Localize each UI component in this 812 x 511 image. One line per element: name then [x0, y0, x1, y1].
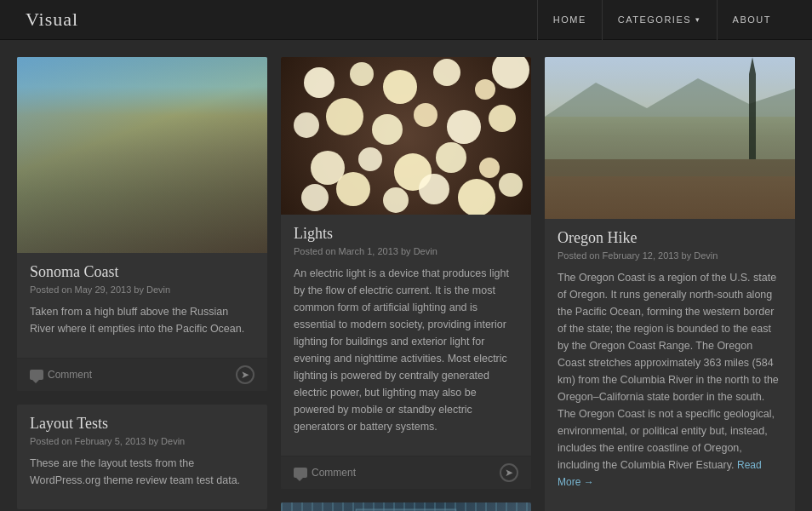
oregon-hike-body: Oregon Hike Posted on February 12, 2013 …: [545, 219, 795, 511]
site-header: Visual Home Categories ▾ About: [0, 0, 812, 40]
svg-rect-28: [749, 74, 756, 159]
sonoma-coast-title: Sonoma Coast: [30, 263, 254, 281]
post-layout-tests: Layout Tests Posted on February 5, 2013 …: [17, 405, 267, 509]
layout-tests-title: Layout Tests: [30, 415, 254, 433]
chevron-down-icon: ▾: [695, 15, 701, 24]
post-oregon-hike: Oregon Hike Posted on February 12, 2013 …: [545, 57, 795, 511]
sonoma-coast-image: [17, 57, 267, 253]
sonoma-coast-excerpt: Taken from a high bluff above the Russia…: [30, 303, 254, 337]
svg-point-3: [433, 59, 460, 86]
column-1: Sonoma Coast Posted on May 29, 2013 by D…: [17, 57, 267, 509]
main-nav: Home Categories ▾ About: [537, 0, 786, 39]
svg-point-17: [301, 184, 329, 211]
nav-categories[interactable]: Categories ▾: [602, 0, 717, 40]
svg-point-20: [419, 174, 449, 204]
lights-body: Lights Posted on March 1, 2013 by Devin …: [281, 215, 531, 456]
layout-tests-meta: Posted on February 5, 2013 by Devin: [30, 436, 254, 446]
lights-excerpt: An electric light is a device that produ…: [294, 265, 518, 435]
lights-arrow-button[interactable]: ➤: [500, 463, 518, 482]
lights-comment-label: Comment: [312, 467, 356, 479]
svg-point-10: [447, 110, 481, 144]
svg-point-19: [383, 187, 409, 213]
layout-tests-excerpt: These are the layout tests from the Word…: [30, 455, 254, 489]
lights-image: [281, 57, 531, 215]
nav-about[interactable]: About: [717, 0, 786, 40]
post-bottom-image: [281, 502, 531, 511]
oregon-hike-title: Oregon Hike: [558, 229, 782, 247]
svg-point-13: [358, 147, 382, 171]
lights-comment-link[interactable]: Comment: [294, 467, 356, 479]
svg-point-2: [383, 70, 417, 104]
svg-point-22: [499, 173, 523, 197]
sonoma-coast-footer: Comment ➤: [17, 358, 267, 391]
oregon-hike-meta: Posted on February 12, 2013 by Devin: [558, 250, 782, 261]
sonoma-comment-link[interactable]: Comment: [30, 369, 92, 381]
svg-rect-27: [545, 159, 795, 219]
svg-point-9: [414, 103, 437, 127]
nav-home[interactable]: Home: [537, 0, 602, 40]
sonoma-coast-meta: Posted on May 29, 2013 by Devin: [30, 284, 254, 295]
bottom-svg: [281, 502, 531, 511]
svg-point-11: [489, 105, 516, 132]
lights-svg: [281, 57, 531, 215]
oregon-read-more[interactable]: Read More →: [558, 459, 762, 488]
column-2: Lights Posted on March 1, 2013 by Devin …: [281, 57, 531, 511]
sonoma-coast-body: Sonoma Coast Posted on May 29, 2013 by D…: [17, 253, 267, 358]
lights-meta: Posted on March 1, 2013 by Devin: [294, 246, 518, 256]
svg-point-4: [475, 79, 495, 100]
layout-tests-body: Layout Tests Posted on February 5, 2013 …: [17, 405, 267, 509]
svg-point-8: [372, 114, 403, 145]
svg-point-6: [294, 112, 319, 138]
comment-icon: [30, 370, 43, 380]
sonoma-arrow-button[interactable]: ➤: [236, 365, 254, 384]
lights-footer: Comment ➤: [281, 456, 531, 489]
svg-point-7: [326, 98, 363, 135]
posts-grid: Sonoma Coast Posted on May 29, 2013 by D…: [0, 40, 812, 511]
svg-point-16: [479, 158, 500, 178]
oregon-hike-excerpt: The Oregon Coast is a region of the U.S.…: [558, 269, 782, 491]
site-title: Visual: [26, 9, 78, 31]
svg-point-1: [350, 62, 374, 86]
svg-point-0: [304, 67, 335, 98]
svg-point-21: [458, 179, 495, 215]
bottom-post-image: [281, 502, 531, 511]
svg-point-5: [492, 57, 529, 89]
oregon-svg: [545, 57, 795, 219]
post-sonoma-coast: Sonoma Coast Posted on May 29, 2013 by D…: [17, 57, 267, 391]
comment-icon: [294, 468, 307, 478]
sonoma-comment-label: Comment: [48, 369, 92, 381]
oregon-hike-image: [545, 57, 795, 219]
column-3: Oregon Hike Posted on February 12, 2013 …: [545, 57, 795, 511]
svg-point-18: [336, 172, 370, 206]
svg-point-15: [436, 142, 466, 173]
post-lights: Lights Posted on March 1, 2013 by Devin …: [281, 57, 531, 489]
lights-title: Lights: [294, 225, 518, 243]
